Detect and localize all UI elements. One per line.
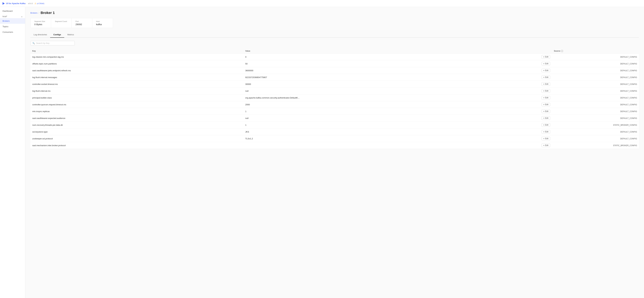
tab-metrics[interactable]: Metrics	[64, 32, 77, 38]
pencil-icon: ✏	[543, 117, 544, 119]
edit-button[interactable]: ✏Edit	[542, 96, 550, 99]
edit-button[interactable]: ✏Edit	[542, 137, 550, 140]
table-row: ssl.keystore.typeJKS✏EditDEFAULT_CONFIG	[30, 128, 639, 135]
table-row: offsets.topic.num.partitions50✏EditDEFAU…	[30, 60, 639, 67]
cell-edit: ✏Edit	[517, 142, 552, 149]
table-row: zookeeper.ssl.protocolTLSv1.2✏EditDEFAUL…	[30, 135, 639, 142]
stat-host-value: kafka	[96, 23, 109, 26]
table-header-row: Key Value Source i	[30, 49, 639, 54]
pencil-icon: ✏	[543, 97, 544, 99]
edit-button[interactable]: ✏Edit	[542, 116, 550, 120]
search-box: 🔍	[30, 41, 75, 46]
table-row: sasl.mechanism.inter.broker.protocol✏Edi…	[30, 142, 639, 149]
edit-button[interactable]: ✏Edit	[542, 130, 550, 133]
cell-source: DEFAULT_CONFIG	[552, 67, 639, 74]
cell-edit: ✏Edit	[517, 60, 552, 67]
edit-button[interactable]: ✏Edit	[542, 103, 550, 106]
cell-key: log.cleaner.min.compaction.lag.ms	[30, 54, 243, 60]
edit-button[interactable]: ✏Edit	[542, 110, 550, 113]
source-badge: DEFAULT_CONFIG	[620, 117, 637, 119]
edit-button[interactable]: ✏Edit	[542, 55, 550, 59]
search-input[interactable]	[36, 42, 73, 44]
cell-value: TLSv1.2	[243, 135, 517, 142]
cell-edit: ✏Edit	[517, 81, 552, 88]
cell-edit: ✏Edit	[517, 108, 552, 115]
edit-button[interactable]: ✏Edit	[542, 82, 550, 86]
pencil-icon: ✏	[543, 90, 544, 92]
edit-button[interactable]: ✏Edit	[542, 62, 550, 65]
table-row: controller.socket.timeout.ms30000✏EditDE…	[30, 81, 639, 88]
cell-edit: ✏Edit	[517, 135, 552, 142]
warning-icon: ⚠	[34, 2, 36, 5]
cell-key: log.flush.interval.messages	[30, 74, 243, 81]
cell-value: 50	[243, 60, 517, 67]
table-body: log.cleaner.min.compaction.lag.ms0✏EditD…	[30, 54, 639, 149]
pencil-icon: ✏	[543, 145, 544, 146]
source-badge: DEFAULT_CONFIG	[620, 104, 637, 106]
cell-key: zookeeper.ssl.protocol	[30, 135, 243, 142]
cell-source: STATIC_BROKER_CONFIG	[552, 122, 639, 128]
sidebar-cluster-label: local* ▲	[0, 14, 25, 18]
stat-segment-size-label: Segment Size	[34, 21, 47, 22]
version-link[interactable]: (e72f6d6)	[37, 3, 44, 5]
cell-source: DEFAULT_CONFIG	[552, 128, 639, 135]
stat-host: Host kafka	[92, 18, 113, 28]
source-badge: DEFAULT_CONFIG	[620, 138, 637, 140]
pencil-icon: ✏	[543, 104, 544, 105]
stat-host-label: Host	[96, 21, 109, 22]
logo-text: UI for Apache Kafka	[6, 2, 26, 5]
source-badge: STATIC_BROKER_CONFIG	[613, 124, 637, 126]
tab-configs[interactable]: Configs	[50, 32, 64, 38]
cell-value: JKS	[243, 128, 517, 135]
cell-source: STATIC_BROKER_CONFIG	[552, 142, 639, 149]
breadcrumb: Brokers / Broker 1	[30, 11, 639, 15]
pencil-icon: ✏	[543, 83, 544, 85]
stat-segment-size: Segment Size 0 Bytes	[30, 18, 51, 28]
top-bar: UI for Apache Kafka v0.6.0 ⚠ (e72f6d6)	[0, 0, 644, 7]
sidebar-item-brokers[interactable]: Brokers	[0, 18, 25, 24]
edit-button[interactable]: ✏Edit	[542, 69, 550, 72]
table-row: sasl.oauthbearer.expected.audiencenull✏E…	[30, 115, 639, 122]
cell-key: num.recovery.threads.per.data.dir	[30, 122, 243, 128]
cell-value: null	[243, 88, 517, 94]
cell-edit: ✏Edit	[517, 94, 552, 101]
cell-source: DEFAULT_CONFIG	[552, 108, 639, 115]
sidebar-item-dashboard[interactable]: Dashboard	[0, 8, 25, 14]
edit-button[interactable]: ✏Edit	[542, 76, 550, 79]
cell-edit: ✏Edit	[517, 74, 552, 81]
cell-edit: ✏Edit	[517, 54, 552, 60]
version-badge: v0.6.0 ⚠ (e72f6d6)	[28, 2, 44, 5]
table-row: controller.quorum.request.timeout.ms2000…	[30, 101, 639, 108]
logo-area: UI for Apache Kafka v0.6.0 ⚠ (e72f6d6)	[2, 2, 44, 5]
breadcrumb-parent[interactable]: Brokers	[30, 12, 38, 14]
source-info-icon[interactable]: i	[561, 50, 563, 52]
app-body: Dashboard local* ▲ Brokers Topics Consum…	[0, 7, 644, 298]
pencil-icon: ✏	[543, 56, 544, 58]
source-badge: STATIC_BROKER_CONFIG	[613, 144, 637, 147]
search-icon: 🔍	[32, 42, 35, 44]
source-badge: DEFAULT_CONFIG	[620, 63, 637, 65]
sidebar: Dashboard local* ▲ Brokers Topics Consum…	[0, 7, 25, 298]
cluster-caret-icon: ▲	[21, 16, 23, 18]
tabs-row: Log directories Configs Metrics	[30, 32, 639, 38]
search-wrap: 🔍	[30, 41, 639, 46]
cell-key: min.insync.replicas	[30, 108, 243, 115]
sidebar-item-topics[interactable]: Topics	[0, 24, 25, 29]
cell-key: offsets.topic.num.partitions	[30, 60, 243, 67]
tab-log-directories[interactable]: Log directories	[30, 32, 50, 38]
table-row: principal.builder.classorg.apache.kafka.…	[30, 94, 639, 101]
cell-key: sasl.oauthbearer.expected.audience	[30, 115, 243, 122]
sidebar-item-consumers[interactable]: Consumers	[0, 29, 25, 35]
source-badge: DEFAULT_CONFIG	[620, 90, 637, 92]
cell-key: ssl.keystore.type	[30, 128, 243, 135]
cell-source: DEFAULT_CONFIG	[552, 115, 639, 122]
edit-button[interactable]: ✏Edit	[542, 144, 550, 147]
stat-port-label: Port	[76, 21, 88, 22]
edit-button[interactable]: ✏Edit	[542, 123, 550, 127]
table-row: num.recovery.threads.per.data.dir1✏EditS…	[30, 122, 639, 128]
col-header-key: Key	[30, 49, 243, 54]
pencil-icon: ✏	[543, 138, 544, 140]
source-badge: DEFAULT_CONFIG	[620, 110, 637, 113]
edit-button[interactable]: ✏Edit	[542, 89, 550, 93]
stat-port: Port 29092	[72, 18, 92, 28]
